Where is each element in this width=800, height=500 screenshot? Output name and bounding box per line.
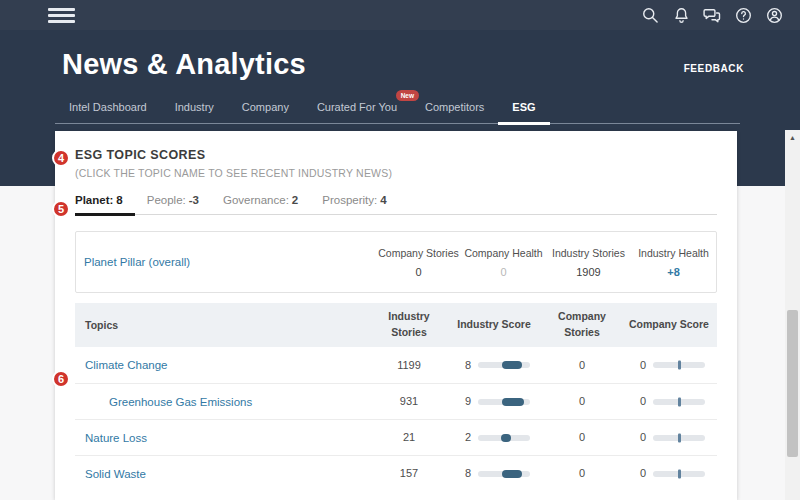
scrollbar-up-arrow[interactable]: ▲ (785, 130, 800, 144)
topic-link[interactable]: Greenhouse Gas Emissions (109, 396, 252, 408)
pillar-tab-score: 2 (292, 194, 298, 206)
table-row: Greenhouse Gas Emissions 931 9 0 0 (75, 383, 717, 419)
scrollbar-thumb[interactable] (787, 310, 798, 457)
overview-metric: Industry Health +8 (631, 247, 716, 278)
header-tab-esg[interactable]: ESG (498, 97, 549, 125)
overview-metric: Company Stories 0 (376, 247, 461, 278)
overview-metric-value: 0 (461, 266, 546, 278)
company-score-bar (653, 435, 705, 441)
overview-metric: Industry Stories 1909 (546, 247, 631, 278)
column-header-industry-score: Industry Score (445, 317, 543, 333)
industry-stories-value: 931 (373, 393, 445, 410)
industry-stories-value: 157 (373, 465, 445, 482)
industry-score-cell: 2 (458, 429, 530, 446)
pillar-tab-prosperity[interactable]: Prosperity:4 (310, 194, 398, 214)
company-stories-value: 0 (543, 429, 621, 446)
score-marker (502, 470, 522, 478)
header-tab-company[interactable]: Company (228, 97, 303, 123)
score-marker (502, 398, 524, 406)
industry-score-value: 2 (458, 429, 471, 446)
pillar-overview-metrics: Company Stories 0 Company Health 0 Indus… (376, 247, 716, 278)
hamburger-menu-icon[interactable] (48, 5, 75, 26)
company-score-value: 0 (633, 357, 646, 374)
score-marker (678, 469, 681, 478)
pillar-tab-label: People: (147, 194, 186, 206)
feedback-link[interactable]: FEEDBACK (684, 63, 744, 74)
pillar-tab-label: Planet: (75, 194, 113, 206)
table-row: Nature Loss 21 2 0 0 (75, 419, 717, 455)
score-marker (678, 433, 681, 442)
pillar-tab-people[interactable]: People:-3 (135, 194, 211, 214)
company-stories-value: 0 (543, 393, 621, 410)
pillar-overview-card: Planet Pillar (overall) Company Stories … (75, 231, 717, 293)
overview-metric-label: Industry Health (631, 247, 716, 259)
header-tab-label: Competitors (425, 101, 484, 113)
score-marker (678, 397, 681, 406)
page-title: News & Analytics (62, 48, 306, 81)
company-score-cell: 0 (633, 465, 705, 482)
score-marker (502, 361, 522, 369)
profile-icon[interactable] (764, 5, 784, 25)
company-stories-value: 0 (543, 357, 621, 374)
industry-score-bar (478, 399, 530, 405)
table-body: Climate Change 1199 8 0 0 (75, 347, 717, 491)
company-score-cell: 0 (633, 393, 705, 410)
table-row: Climate Change 1199 8 0 0 (75, 347, 717, 383)
search-icon[interactable] (640, 5, 660, 25)
pillar-overview-title[interactable]: Planet Pillar (overall) (84, 256, 376, 268)
industry-stories-value: 21 (373, 429, 445, 446)
column-header-company-stories: Company Stories (543, 309, 621, 341)
topic-link[interactable]: Solid Waste (85, 468, 146, 480)
step-badge-6: 6 (52, 370, 70, 388)
chat-icon[interactable] (702, 5, 722, 25)
company-score-bar (653, 471, 705, 477)
header-tab-industry[interactable]: Industry (161, 97, 228, 123)
overview-metric-value: 0 (376, 266, 461, 278)
step-badge-4: 4 (52, 149, 70, 167)
column-header-industry-stories: Industry Stories (373, 309, 445, 341)
header-tab-label: ESG (512, 101, 535, 113)
company-score-cell: 0 (633, 357, 705, 374)
header-tab-intel-dashboard[interactable]: Intel Dashboard (55, 97, 161, 123)
industry-score-bar (478, 362, 530, 368)
topic-link[interactable]: Climate Change (85, 359, 167, 371)
step-badge-5: 5 (52, 200, 70, 218)
industry-stories-value: 1199 (373, 357, 445, 374)
vertical-scrollbar[interactable]: ▲ (785, 130, 800, 500)
table-row: Solid Waste 157 8 0 0 (75, 455, 717, 491)
notifications-bell-icon[interactable] (671, 5, 691, 25)
header-tab-label: Curated For You (317, 101, 397, 113)
industry-score-bar (478, 471, 530, 477)
pillar-tab-governance[interactable]: Governance:2 (211, 194, 310, 214)
pillar-tab-bar: Planet:8 People:-3 Governance:2 Prosperi… (75, 194, 717, 215)
pillar-tab-score: 4 (380, 194, 386, 206)
company-score-value: 0 (633, 465, 646, 482)
section-heading: ESG TOPIC SCORES (75, 148, 717, 162)
pillar-tab-score: -3 (189, 194, 199, 206)
company-score-bar (653, 362, 705, 368)
topics-table: Topics Industry Stories Industry Score C… (75, 303, 717, 491)
pillar-tab-score: 8 (116, 194, 122, 206)
header-tab-label: Industry (175, 101, 214, 113)
pillar-tab-planet[interactable]: Planet:8 (75, 194, 135, 216)
header-tab-competitors[interactable]: Competitors (411, 97, 498, 123)
industry-score-value: 8 (458, 357, 471, 374)
industry-score-value: 8 (458, 465, 471, 482)
industry-score-cell: 9 (458, 393, 530, 410)
overview-metric-label: Company Stories (376, 247, 461, 259)
industry-score-cell: 8 (458, 357, 530, 374)
overview-metric-value: 1909 (546, 266, 631, 278)
topic-link[interactable]: Nature Loss (85, 432, 147, 444)
header-tab-curated-for-you[interactable]: Curated For You New (303, 97, 411, 123)
industry-score-bar (478, 435, 530, 441)
header-tab-bar: Intel Dashboard Industry Company Curated… (55, 97, 740, 124)
overview-metric-label: Company Health (461, 247, 546, 259)
header-tab-label: Intel Dashboard (69, 101, 147, 113)
top-navigation-bar (0, 0, 800, 30)
score-marker (678, 361, 681, 370)
company-score-value: 0 (633, 393, 646, 410)
help-icon[interactable] (733, 5, 753, 25)
esg-topic-scores-panel: ESG TOPIC SCORES (CLICK THE TOPIC NAME T… (55, 131, 737, 500)
company-score-cell: 0 (633, 429, 705, 446)
overview-metric-value: +8 (631, 266, 716, 278)
